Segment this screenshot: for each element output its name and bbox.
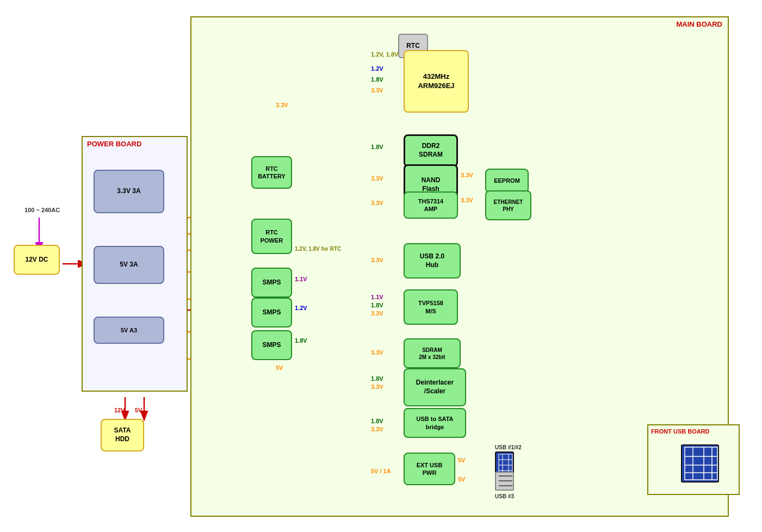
rtc-battery-component: RTC BATTERY [251, 156, 292, 189]
usb-hub-3v3-label: 3.3V [371, 257, 383, 263]
ths-3v3-label: 3.3V [371, 200, 383, 206]
power-board-label: POWER BOARD [87, 140, 141, 148]
rtc-line-label: 1.2V, 1.8V for RTC [295, 246, 341, 252]
main-5v-label: 5V [276, 364, 283, 371]
ddr2-1v8-label: 1.8V [371, 144, 383, 150]
rtc-power-component: RTC POWER [251, 219, 292, 254]
dc-12v-component: 12V DC [14, 245, 60, 275]
usb-3-connector [495, 472, 514, 491]
sata-hdd-component: SATA HDD [101, 419, 144, 451]
deint-1v8-label: 1.8V [371, 375, 383, 382]
arm-1v8-label: 1.8V [371, 76, 383, 83]
usb3-label: USB #3 [495, 493, 514, 499]
smps2-out-label: 1.2V [295, 305, 307, 311]
arm-3v3-label: 3.3V [371, 87, 383, 94]
sata-hdd-label: SATA HDD [114, 426, 131, 443]
tvp-1v8-label: 1.8V [371, 302, 383, 308]
power-5v3-component: 5V 3A [94, 246, 164, 284]
usb12-5v-label: 5V [458, 457, 465, 463]
ext-5v-1a-label: 5V / 1A [371, 468, 391, 474]
arm-1v2-1v8-label: 1.2V, 1.8V [371, 51, 398, 58]
usb12-label: USB #1/#2 [495, 444, 522, 450]
sdram2m-component: SDRAM 2M x 32bit [404, 338, 461, 368]
sdram-3v3-label: 3.3V [371, 349, 383, 356]
hdd-12v-label: 12V [114, 407, 125, 413]
usb-sata-3v3-label: 3.3V [371, 426, 383, 432]
usb-sata-component: USB to SATA bridge [404, 408, 466, 438]
arm-component: 432MHz ARM926EJ [404, 50, 469, 113]
eeprom-3v3-label: 3.3V [461, 172, 473, 178]
power-3v3-component: 3.3V 3A [94, 170, 164, 213]
front-usb-board-label: FRONT USB BOARD [651, 428, 710, 435]
ac-input-label: 100 ~ 240AC [24, 207, 60, 213]
diagram-container: 12V DC 100 ~ 240AC POWER BOARD 3.3V 3A 5… [5, 5, 756, 527]
nand-3v3-label: 3.3V [371, 175, 383, 182]
ths7314-component: THS7314 AMP [404, 191, 458, 219]
smps3-out-label: 1.8V [295, 337, 307, 344]
usb3-5v-label: 5V [458, 476, 465, 482]
tvp5158-component: TVP5158 M/S [404, 289, 458, 325]
hdd-5v-label: 5V [135, 407, 142, 413]
smps1-out-label: 1.1V [295, 276, 307, 282]
tvp-1v1-label: 1.1V [371, 294, 383, 300]
usb-hub-component: USB 2.0 Hub [404, 243, 461, 279]
ext-usb-pwr-component: EXT USB PWR [404, 453, 455, 485]
smps1-component: SMPS [251, 268, 292, 298]
eeprom-component: EEPROM [485, 169, 529, 193]
main-board-label: MAIN BOARD [677, 20, 723, 28]
front-usb-connector [681, 444, 719, 482]
tvp-3v3-label: 3.3V [371, 310, 383, 317]
deinterlacer-component: Deinterlacer /Scaler [404, 368, 466, 406]
smps2-component: SMPS [251, 298, 292, 327]
smps3-component: SMPS [251, 330, 292, 360]
usb-sata-1v8-label: 1.8V [371, 418, 383, 424]
deint-3v3-label: 3.3V [371, 383, 383, 390]
eth-3v3-label: 3.3V [461, 197, 473, 203]
dc-12v-label: 12V DC [25, 256, 48, 264]
svg-rect-52 [685, 447, 717, 480]
ddr2-component: DDR2 SDRAM [404, 134, 458, 167]
front-usb-board: FRONT USB BOARD [647, 424, 740, 495]
eth-phy-component: ETHERNET PHY [485, 190, 531, 220]
power-board: POWER BOARD 3.3V 3A 5V 3A 5V A3 [82, 136, 188, 392]
power-5va3-component: 5V A3 [94, 317, 164, 344]
main-3v3-label: 3.3V [276, 102, 288, 108]
arm-1v2-label: 1.2V [371, 65, 383, 72]
